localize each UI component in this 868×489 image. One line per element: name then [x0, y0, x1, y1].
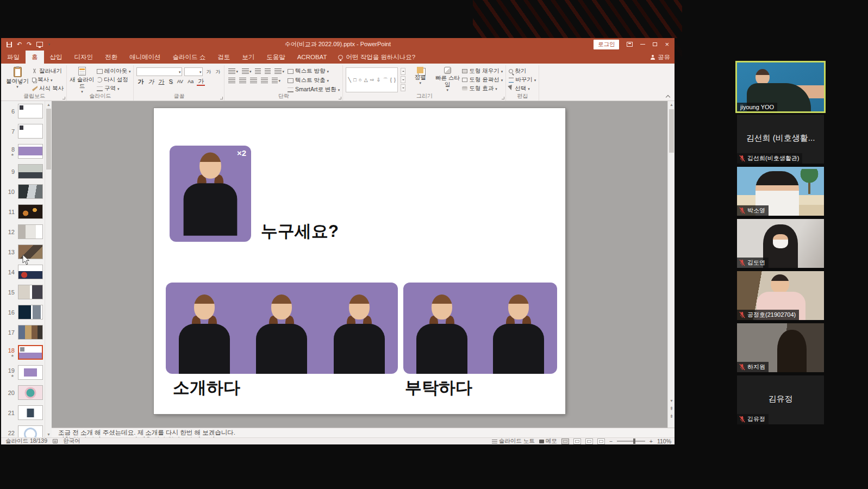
redo-icon[interactable]: ↷ — [27, 41, 32, 47]
tab-review[interactable]: 검토 — [211, 51, 236, 64]
slide-question-text[interactable]: 누구세요? — [261, 220, 339, 243]
character-spacing-button[interactable]: AV — [176, 79, 184, 85]
zoom-slider-thumb[interactable] — [633, 438, 635, 444]
bullets-button[interactable]: ▾ — [227, 68, 239, 74]
zoom-level[interactable]: 110% — [657, 438, 671, 444]
tab-transitions[interactable]: 전환 — [99, 51, 123, 64]
align-text-button[interactable]: 텍스트 맞춤▾ — [288, 77, 340, 84]
scrollbar-thumb[interactable] — [46, 109, 51, 170]
tab-design[interactable]: 디자인 — [68, 51, 99, 64]
shape-outline-button[interactable]: 도형 윤곽선▾ — [462, 76, 503, 84]
italic-button[interactable]: 가 — [147, 78, 155, 85]
save-icon[interactable] — [7, 42, 12, 47]
thumbnail-scrollbar[interactable]: ▲ ▼ — [45, 101, 52, 437]
qat-dropdown-icon[interactable]: ▾ — [48, 42, 50, 46]
cut-button[interactable]: 잘라내기 — [32, 67, 64, 75]
copy-button[interactable]: 복사▾ — [32, 76, 64, 84]
scroll-down-icon[interactable]: ▼ — [45, 431, 52, 437]
increase-indent-button[interactable] — [264, 68, 272, 74]
font-size-combo[interactable]: ▾ — [184, 67, 203, 76]
gallery-more-icon[interactable] — [401, 84, 405, 91]
zoom-in-button[interactable]: + — [650, 438, 653, 444]
participant-tile-gongjungho[interactable]: 공정호(21902704) — [737, 271, 824, 320]
participant-tile-jiyoung-yoo[interactable]: jiyoung YOO — [737, 62, 824, 111]
scroll-up-icon[interactable]: ▲ — [45, 101, 52, 108]
gallery-up-icon[interactable] — [401, 68, 405, 75]
notes-toggle-button[interactable]: 슬라이드 노트 — [492, 437, 535, 445]
participant-tile-hajiwon[interactable]: 하지원 — [737, 323, 824, 372]
font-name-combo[interactable]: ▾ — [136, 67, 182, 76]
shapes-gallery[interactable]: ╲ □ ○ △ ⇨ ⇩ ⌒ { } — [346, 67, 398, 92]
underline-button[interactable]: 가 — [157, 78, 165, 85]
minimize-button[interactable] — [640, 44, 645, 45]
format-painter-button[interactable]: 서식 복사 — [32, 85, 64, 92]
reading-view-button[interactable] — [585, 438, 593, 444]
numbering-button[interactable]: ▾ — [241, 68, 253, 74]
next-slide-button[interactable]: ⇟ — [668, 412, 675, 419]
normal-view-button[interactable] — [561, 438, 569, 444]
shape-fill-button[interactable]: 도형 채우기▾ — [462, 67, 503, 75]
tab-help[interactable]: 도움말 — [260, 51, 291, 64]
tab-view[interactable]: 보기 — [236, 51, 260, 64]
tab-animations[interactable]: 애니메이션 — [123, 51, 167, 64]
select-button[interactable]: 선택▾ — [509, 85, 536, 92]
tab-slideshow[interactable]: 슬라이드 쇼 — [167, 51, 212, 64]
scroll-up-icon[interactable]: ▲ — [668, 101, 675, 108]
align-center-button[interactable] — [238, 77, 247, 84]
bold-button[interactable]: 가 — [136, 78, 145, 85]
zoom-out-button[interactable]: − — [609, 438, 613, 444]
decrease-font-button[interactable]: 가 — [214, 69, 221, 75]
tab-home[interactable]: 홈 — [26, 51, 44, 64]
slide-canvas[interactable]: ×2 누구세요? 소개하다 부탁하다 — [154, 108, 565, 414]
slideshow-view-button[interactable] — [597, 438, 605, 444]
sign-image-introduce[interactable] — [166, 283, 398, 374]
change-case-button[interactable]: Aa — [186, 79, 195, 85]
dialog-launcher-icon[interactable] — [502, 97, 504, 99]
find-button[interactable]: 찾기 — [509, 67, 536, 75]
arrange-button[interactable]: 정렬 ▾ — [408, 66, 433, 93]
restore-button[interactable] — [653, 42, 657, 46]
memo-toggle-button[interactable]: 메모 — [539, 437, 557, 445]
scrollbar-thumb[interactable] — [669, 109, 674, 153]
language-indicator[interactable]: 한국어 — [63, 437, 80, 445]
align-left-button[interactable] — [227, 77, 236, 84]
slideshow-icon[interactable] — [36, 42, 43, 47]
dialog-launcher-icon[interactable] — [339, 97, 341, 99]
line-spacing-button[interactable]: ▾ — [273, 68, 285, 74]
ribbon-display-options-button[interactable] — [627, 42, 633, 47]
text-direction-button[interactable]: 텍스트 방향▾ — [288, 67, 340, 75]
quick-styles-button[interactable]: 빠른 스타일 ▾ — [435, 66, 460, 93]
share-button[interactable]: 공유 — [651, 51, 670, 64]
text-shadow-button[interactable]: S — [167, 78, 173, 85]
sign-image-whoareyou[interactable]: ×2 — [170, 146, 251, 242]
dialog-launcher-icon[interactable] — [220, 97, 223, 99]
scroll-down-icon[interactable]: ▼ — [668, 397, 675, 404]
participant-tile-kimdoyeon[interactable]: 김도연 — [737, 219, 824, 268]
paste-button[interactable]: 붙여넣기 ▾ — [5, 66, 30, 93]
sign-image-ask-favor[interactable] — [403, 283, 557, 374]
replace-button[interactable]: 바꾸기▾ — [509, 76, 536, 84]
editor-scrollbar[interactable]: ▲ ▼ ⇞ ⇟ — [667, 101, 675, 428]
section-button[interactable]: 구역▾ — [97, 85, 131, 92]
font-color-button[interactable]: 가 — [197, 78, 205, 86]
tell-me-box[interactable]: 어떤 작업을 원하시나요? — [333, 51, 421, 64]
previous-slide-button[interactable]: ⇞ — [668, 405, 675, 412]
login-button[interactable]: 로그인 — [594, 40, 620, 49]
caption-introduce[interactable]: 소개하다 — [173, 377, 240, 399]
justify-button[interactable] — [260, 77, 269, 84]
close-button[interactable]: × — [665, 41, 669, 48]
gallery-down-icon[interactable] — [401, 76, 405, 83]
increase-font-button[interactable]: 가 — [205, 69, 212, 75]
collapse-ribbon-icon[interactable] — [666, 94, 670, 98]
notes-pane[interactable]: 조금 전 소개 해 주셨는데요. 제 소개를 다시 한번 해 보겠습니다. 거창… — [52, 428, 675, 437]
layout-button[interactable]: 레이아웃▾ — [97, 67, 131, 75]
tab-file[interactable]: 파일 — [1, 51, 26, 64]
slide-sorter-view-button[interactable] — [573, 438, 581, 444]
align-right-button[interactable] — [249, 77, 258, 84]
zoom-slider[interactable] — [617, 441, 645, 442]
participant-tile-kimyoojung[interactable]: 김유정 김유정 — [737, 375, 824, 424]
participant-tile-kimsunhee[interactable]: 김선희 (비호생활... 김선희(비호생활관) — [737, 115, 824, 164]
tab-acrobat[interactable]: ACROBAT — [291, 51, 333, 64]
dialog-launcher-icon[interactable] — [63, 97, 65, 99]
shape-effects-button[interactable]: 도형 효과▾ — [462, 85, 503, 92]
